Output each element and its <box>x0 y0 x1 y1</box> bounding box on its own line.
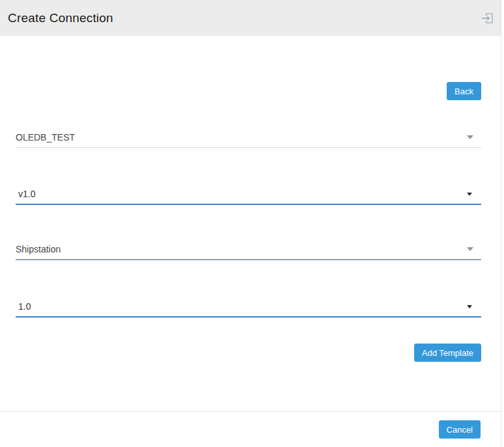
add-template-button[interactable]: Add Template <box>414 344 481 362</box>
template-select[interactable]: Shipstation <box>16 239 481 260</box>
panel-footer: Cancel <box>0 411 501 447</box>
connection-version-select[interactable]: v1.0 <box>16 184 481 205</box>
connection-name-value: OLEDB_TEST <box>16 132 75 142</box>
panel-header: Create Connection <box>0 0 501 36</box>
chevron-down-icon <box>467 135 473 139</box>
template-version-value: 1.0 <box>18 301 31 312</box>
template-version-select[interactable]: 1.0 <box>16 297 481 318</box>
form-area: Back OLEDB_TEST v1.0 Shipstation 1.0 Add… <box>0 36 501 411</box>
back-row: Back <box>16 82 481 100</box>
page-title: Create Connection <box>8 11 113 25</box>
chevron-down-icon <box>467 247 473 251</box>
connection-version-value: v1.0 <box>18 189 35 199</box>
add-template-row: Add Template <box>16 344 481 362</box>
exit-arrow-icon[interactable] <box>480 10 496 26</box>
template-value: Shipstation <box>16 244 61 254</box>
chevron-down-icon <box>467 193 472 196</box>
connection-name-select[interactable]: OLEDB_TEST <box>16 127 481 148</box>
chevron-down-icon <box>467 305 472 308</box>
back-button[interactable]: Back <box>447 82 481 100</box>
create-connection-panel: Create Connection Back OLEDB_TEST v1.0 S… <box>0 0 501 447</box>
cancel-button[interactable]: Cancel <box>439 420 481 439</box>
